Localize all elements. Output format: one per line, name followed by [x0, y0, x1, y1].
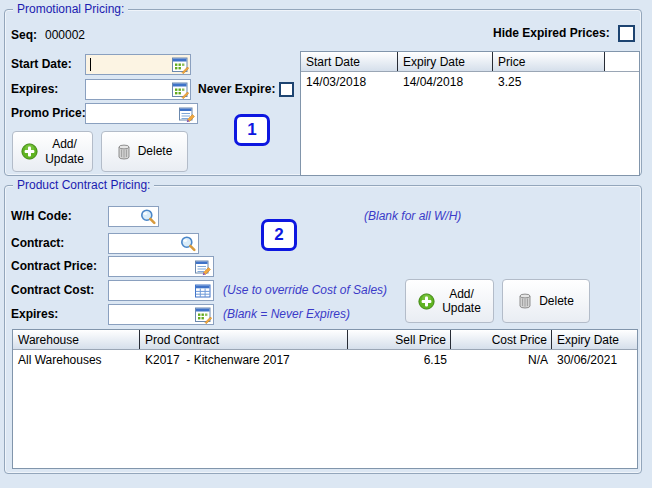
contract-price-label: Contract Price:: [11, 256, 97, 277]
contract-price-input[interactable]: [112, 258, 191, 275]
start-date-input[interactable]: [89, 56, 168, 73]
step-badge-1: 1: [234, 114, 270, 146]
contract-cost-label: Contract Cost:: [11, 280, 94, 301]
delete-label: Delete: [539, 294, 574, 308]
contract-label: Contract:: [11, 233, 64, 254]
promo-add-update-button[interactable]: Add/ Update: [12, 131, 93, 172]
promo-table-header: Start Date Expiry Date Price: [301, 52, 639, 72]
contract-table-header: Warehouse Prod Contract Sell Price Cost …: [13, 330, 637, 350]
seq-label: Seq:: [11, 28, 37, 42]
wh-hint: (Blank for all W/H): [364, 206, 461, 227]
plus-circle-icon: [21, 143, 38, 160]
add-update-label-line2: Update: [45, 152, 84, 166]
start-date-label: Start Date:: [11, 54, 72, 75]
cell-sell-price: 6.15: [348, 353, 451, 368]
cell-price: 3.25: [493, 75, 605, 90]
edit-pencil-icon[interactable]: [194, 258, 212, 276]
contract-table-row[interactable]: All Warehouses K2017 - Kitchenware 2017 …: [13, 353, 637, 368]
cell-start-date: 14/03/2018: [301, 75, 398, 90]
column-header-warehouse[interactable]: Warehouse: [13, 330, 140, 349]
column-header-price[interactable]: Price: [493, 52, 605, 71]
hide-expired-prices-label: Hide Expired Prices:: [493, 25, 610, 41]
expires-field[interactable]: [85, 79, 191, 100]
cell-cost-price: N/A: [451, 353, 552, 368]
contract-pricing-table: Warehouse Prod Contract Sell Price Cost …: [12, 329, 638, 469]
seq-value: 000002: [45, 28, 85, 43]
never-expire-label: Never Expire:: [198, 79, 275, 100]
cost-hint: (Use to override Cost of Sales): [223, 280, 387, 301]
wh-code-label: W/H Code:: [11, 206, 72, 227]
hide-expired-prices-checkbox[interactable]: [618, 25, 635, 42]
contract-input[interactable]: [112, 235, 176, 252]
expires-label: Expires:: [11, 79, 58, 100]
contract-cost-field[interactable]: [108, 280, 214, 301]
expires-hint: (Blank = Never Expires): [223, 304, 350, 325]
cell-expiry-date: 30/06/2021: [552, 353, 637, 368]
column-header-filler: [605, 52, 639, 71]
search-icon[interactable]: [139, 208, 157, 226]
wh-code-input[interactable]: [112, 208, 139, 225]
promo-price-input[interactable]: [89, 105, 175, 122]
product-contract-pricing-title: Product Contract Pricing:: [13, 178, 154, 192]
calendar-icon[interactable]: [171, 56, 189, 74]
contract-price-field[interactable]: [108, 256, 214, 277]
calendar-icon[interactable]: [194, 306, 212, 324]
plus-circle-icon: [418, 293, 435, 310]
delete-label: Delete: [138, 144, 173, 158]
calendar-icon[interactable]: [171, 81, 189, 99]
promotional-pricing-group: Promotional Pricing: Seq: 000002 Start D…: [4, 9, 642, 176]
add-update-label-line2: Update: [442, 301, 481, 315]
calculator-icon[interactable]: [194, 282, 212, 300]
never-expire-checkbox[interactable]: [279, 82, 294, 97]
promo-price-label: Promo Price:: [11, 103, 86, 124]
product-contract-pricing-group: Product Contract Pricing: W/H Code: (Bla…: [4, 185, 642, 474]
contract-add-update-button[interactable]: Add/ Update: [405, 279, 494, 323]
search-icon[interactable]: [179, 235, 197, 253]
contract-expires-field[interactable]: [108, 304, 214, 325]
contract-field[interactable]: [108, 233, 199, 254]
promo-delete-button[interactable]: Delete: [101, 131, 188, 172]
column-header-cost-price[interactable]: Cost Price: [451, 330, 552, 349]
trash-icon: [117, 144, 131, 160]
contract-expires-label: Expires:: [11, 304, 58, 325]
column-header-start-date[interactable]: Start Date: [301, 52, 398, 71]
contract-cost-input[interactable]: [112, 282, 191, 299]
promo-table-row[interactable]: 14/03/2018 14/04/2018 3.25: [301, 75, 639, 90]
cell-expiry-date: 14/04/2018: [398, 75, 493, 90]
contract-delete-button[interactable]: Delete: [502, 279, 590, 323]
cell-warehouse: All Warehouses: [13, 353, 140, 368]
contract-expires-input[interactable]: [112, 306, 191, 323]
add-update-label-line1: Add/: [52, 137, 77, 151]
add-update-label-line1: Add/: [449, 287, 474, 301]
column-header-prod-contract[interactable]: Prod Contract: [140, 330, 348, 349]
wh-code-field[interactable]: [108, 206, 159, 227]
promo-price-field[interactable]: [85, 103, 198, 124]
column-header-expiry-date[interactable]: Expiry Date: [398, 52, 493, 71]
column-header-expiry-date[interactable]: Expiry Date: [552, 330, 637, 349]
trash-icon: [518, 293, 532, 309]
edit-pencil-icon[interactable]: [178, 105, 196, 123]
expires-input[interactable]: [89, 81, 168, 98]
promo-prices-table: Start Date Expiry Date Price 14/03/2018 …: [300, 51, 640, 176]
cell-prod-contract: K2017 - Kitchenware 2017: [140, 353, 348, 368]
start-date-field[interactable]: [85, 54, 191, 75]
promotional-pricing-title: Promotional Pricing:: [13, 2, 128, 16]
column-header-sell-price[interactable]: Sell Price: [348, 330, 451, 349]
step-badge-2: 2: [261, 219, 297, 251]
